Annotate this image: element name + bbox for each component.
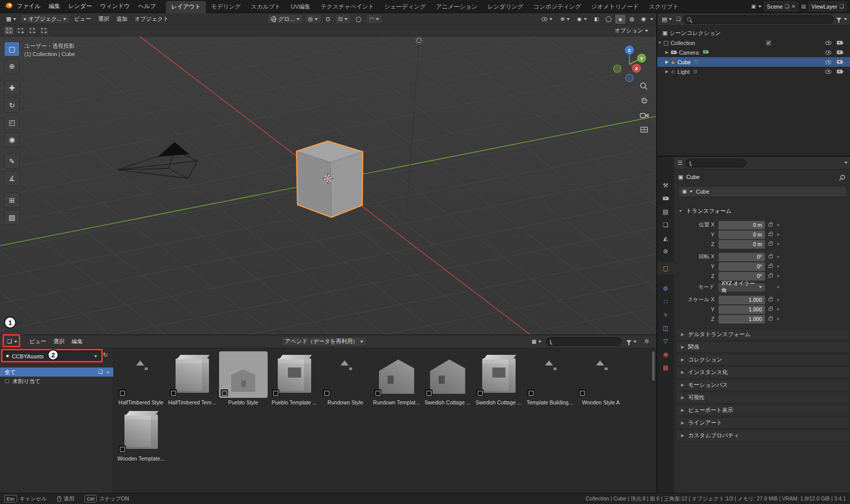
snap-target-dropdown[interactable]: ⊡ — [335, 14, 351, 24]
asset-tile[interactable]: Wooden Style A — [577, 351, 625, 405]
keyframe-dot-icon[interactable] — [777, 299, 779, 301]
asset-tile[interactable]: HalfTimbered Style — [117, 351, 165, 405]
asset-filter-dropdown[interactable] — [623, 337, 640, 346]
lock-icon[interactable] — [769, 243, 773, 246]
location-z-field[interactable]: 0 m — [718, 240, 765, 249]
menu-help[interactable]: ヘルプ — [134, 0, 160, 13]
section-relations[interactable]: ▶関係 — [675, 341, 849, 353]
lock-icon[interactable] — [769, 317, 773, 320]
tool-select-box-icon[interactable]: ▢ — [4, 41, 20, 57]
render-visibility-icon[interactable] — [837, 60, 842, 64]
location-y-field[interactable]: 0 m — [718, 231, 765, 239]
tool-cursor-icon[interactable]: ⊕ — [4, 59, 20, 74]
outliner-row-camera[interactable]: ▶ Camera — [657, 48, 850, 57]
select-mode-intersect-button[interactable]: ∩ — [39, 26, 49, 35]
viewport-menu-object[interactable]: オブジェクト — [132, 14, 172, 24]
select-mode-extend-button[interactable]: + — [16, 26, 25, 35]
viewport-menu-select[interactable]: 選択 — [95, 14, 112, 24]
tool-measure-icon[interactable]: ∡ — [4, 171, 20, 186]
unlink-scene-icon[interactable]: ✕ — [791, 4, 795, 9]
asset-tile[interactable]: Pueblo Style — [219, 351, 268, 405]
render-visibility-icon[interactable] — [837, 50, 842, 54]
view-layer-browse-icon[interactable]: ▤ — [801, 4, 805, 9]
tab-shading[interactable]: シェーディング — [379, 1, 431, 13]
tab-output-icon[interactable]: ▤ — [657, 205, 674, 218]
asset-tile[interactable]: HalfTimbered Tem... — [168, 351, 217, 405]
light-object[interactable] — [406, 36, 423, 216]
outliner-row-cube[interactable]: ▶ ▲ Cube ▽ — [657, 57, 850, 67]
filter-dropdown-icon[interactable] — [844, 18, 847, 20]
tab-view-layer-icon[interactable]: ❏ — [657, 218, 674, 231]
menu-window[interactable]: ウィンドウ — [96, 0, 134, 13]
default-cube[interactable] — [296, 141, 363, 217]
section-visibility[interactable]: ▶可視性 — [675, 392, 849, 403]
navigation-gizmo[interactable]: Z Y X — [610, 44, 649, 85]
keyframe-dot-icon[interactable] — [777, 243, 779, 245]
menu-file[interactable]: ファイル — [13, 0, 45, 13]
hide-eye-icon[interactable] — [825, 41, 831, 45]
tab-render-icon[interactable] — [657, 192, 674, 205]
viewport-3d[interactable]: ▢ ⊕ ✚ ↻ ◰ ◉ ✎ ∡ ⊞ ▨ ユーザー・透視投影 (1) Collec… — [0, 36, 656, 335]
tab-particles-icon[interactable]: ∷ — [657, 295, 674, 308]
shading-rendered-button[interactable]: ◉ — [639, 15, 649, 24]
tab-compositing[interactable]: コンポジティング — [528, 1, 586, 13]
outliner-row-collection[interactable]: ▼ ▢ Collection ✓ — [657, 38, 850, 48]
expand-arrow-icon[interactable]: ▶ — [664, 60, 669, 64]
shading-dropdown-icon[interactable] — [650, 18, 653, 20]
refresh-library-icon[interactable]: ↻ — [103, 352, 108, 358]
rotation-z-field[interactable]: 0° — [718, 272, 765, 281]
tab-modeling[interactable]: モデリング — [206, 1, 246, 13]
section-motion-paths[interactable]: ▶モーションパス — [675, 379, 849, 391]
display-size-dropdown[interactable]: ▦ — [529, 337, 544, 346]
gizmo-axis-neg-ball[interactable] — [626, 74, 633, 82]
hide-eye-icon[interactable] — [825, 70, 831, 74]
properties-search-input[interactable] — [693, 160, 761, 166]
tab-physics-icon[interactable]: ⚛ — [657, 308, 674, 321]
add-catalog-icon[interactable]: ＋ — [105, 370, 110, 375]
tab-modifiers-icon[interactable]: ⚙ — [657, 282, 674, 295]
tab-scene-icon[interactable]: ◭ — [657, 232, 674, 244]
show-overlays-dropdown[interactable]: ◉ — [574, 14, 590, 24]
camera-object[interactable] — [118, 142, 197, 178]
lock-icon[interactable] — [769, 298, 773, 301]
render-visibility-icon[interactable] — [837, 40, 842, 44]
new-scene-icon[interactable]: ❏ — [785, 4, 789, 9]
outliner-search-input[interactable] — [694, 16, 830, 22]
viewport-menu-add[interactable]: 追加 — [113, 14, 131, 24]
tab-scripting[interactable]: スクリプト — [644, 1, 684, 13]
keyframe-dot-icon[interactable] — [777, 275, 779, 277]
shading-wireframe-button[interactable]: ◯ — [604, 15, 614, 24]
scale-z-field[interactable]: 1.000 — [718, 315, 765, 324]
rotation-y-field[interactable]: 0° — [718, 262, 765, 271]
hide-eye-icon[interactable] — [825, 51, 831, 55]
asset-tile[interactable]: Rundown Templat... — [372, 351, 421, 405]
blender-logo-icon[interactable] — [4, 2, 13, 11]
object-name-field[interactable]: ▣ Cube — [678, 186, 847, 197]
tab-uv-editing[interactable]: UV編集 — [286, 1, 316, 13]
lock-icon[interactable] — [769, 308, 773, 311]
mode-dropdown[interactable]: ▸オブジェク... — [20, 14, 70, 24]
transform-panel-header[interactable]: ▼ トランスフォーム — [678, 207, 732, 215]
tab-texture-paint[interactable]: テクスチャペイント — [316, 1, 379, 13]
lock-icon[interactable] — [769, 265, 773, 268]
show-gizmo-dropdown[interactable]: ⊕ — [557, 14, 572, 24]
tab-rendering[interactable]: レンダリング — [483, 1, 529, 13]
tool-scale-icon[interactable]: ◰ — [4, 115, 20, 130]
tab-world-icon[interactable]: ⊛ — [657, 245, 674, 257]
funnel-icon[interactable] — [836, 18, 841, 21]
rotation-mode-dropdown[interactable]: XYZ オイラー角 — [718, 283, 765, 292]
tool-move-icon[interactable]: ✚ — [4, 80, 20, 96]
gizmo-axis-neg-ball[interactable] — [614, 65, 621, 73]
asset-tile[interactable]: Swedish Cottage ... — [475, 351, 523, 405]
asset-tile[interactable]: Template Building... — [526, 351, 574, 405]
proportional-edit-toggle[interactable]: ◯ — [353, 14, 364, 24]
keyframe-dot-icon[interactable] — [777, 256, 779, 258]
outliner-editor-type-button[interactable]: ▤ — [660, 15, 673, 24]
display-mode-icon[interactable]: ❏ — [676, 17, 681, 22]
tool-transform-icon[interactable]: ◉ — [4, 132, 20, 147]
tab-layout[interactable]: レイアウト — [166, 1, 206, 13]
lock-icon[interactable] — [769, 255, 773, 258]
rotation-x-field[interactable]: 0° — [718, 253, 765, 261]
outliner-row-light[interactable]: ▶ ☼ Light ⊙ — [657, 67, 850, 76]
scene-selector[interactable]: Scene ❏ ✕ — [764, 2, 799, 11]
